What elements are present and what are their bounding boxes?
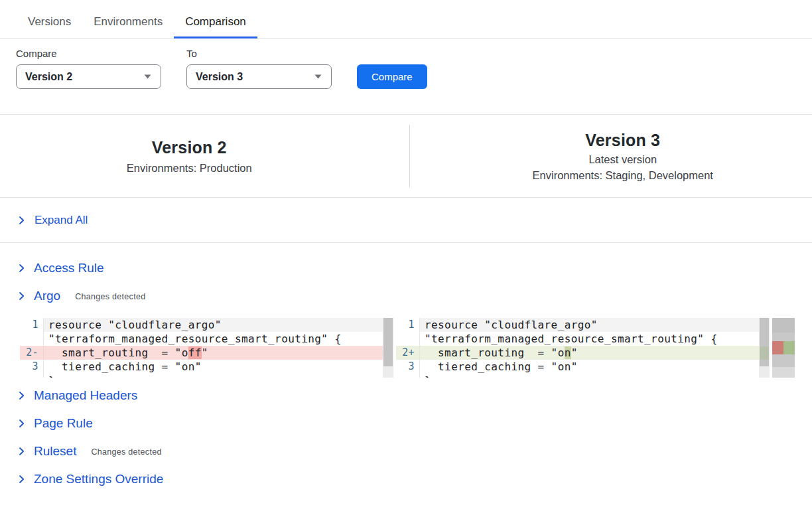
diff-left-panel: 1 resource "cloudflare_argo" "terraform_… (20, 318, 393, 378)
expand-all-row[interactable]: Expand All (0, 198, 812, 242)
section-ruleset[interactable]: Ruleset Changes detected (0, 443, 812, 459)
line-number: 1 (20, 318, 44, 332)
version-left-environments: Environments: Production (16, 162, 363, 175)
code-text: smart_routing = "on" (420, 346, 759, 360)
section-label: Zone Settings Override (34, 472, 163, 486)
to-version-value: Version 3 (196, 71, 243, 83)
code-line: 1 resource "cloudflare_argo" (20, 318, 383, 332)
chevron-right-icon (18, 475, 25, 484)
code-line: 3 tiered_caching = "on" (396, 360, 759, 374)
version-left-header: Version 2 Environments: Production (16, 138, 409, 175)
section-label: Argo (34, 289, 60, 303)
removed-word-highlight: ff (188, 346, 202, 359)
line-number: 3 (396, 360, 420, 374)
to-label: To (186, 48, 332, 59)
chevron-right-icon (18, 291, 25, 301)
code-text: "terraform_managed_resource_smart_routin… (44, 332, 383, 346)
version-right-title: Version 3 (450, 131, 797, 150)
compare-label: Compare (16, 48, 161, 59)
chevron-right-icon (18, 419, 25, 428)
minimap-removed-marker (772, 341, 783, 354)
expand-all-label: Expand All (34, 214, 88, 227)
code-line-removed: 2- smart_routing = "off" (20, 346, 383, 360)
code-line-added: 2+ smart_routing = "on" (396, 346, 759, 360)
scrollbar-thumb[interactable] (383, 318, 393, 366)
line-number (396, 332, 420, 346)
code-text: } (420, 374, 759, 378)
minimap-shade (772, 367, 795, 378)
to-field: To Version 3 (186, 48, 332, 89)
line-number: 3 (20, 360, 44, 374)
to-version-select[interactable]: Version 3 (186, 64, 332, 89)
section-label: Ruleset (34, 444, 76, 459)
compare-version-select[interactable]: Version 2 (16, 64, 161, 89)
section-label: Page Rule (34, 416, 93, 431)
chevron-right-icon (18, 263, 25, 273)
code-line-wrap: "terraform_managed_resource_smart_routin… (20, 332, 383, 346)
line-number: 2+ (396, 346, 420, 360)
section-zone-settings-override[interactable]: Zone Settings Override (0, 471, 812, 487)
line-number: 2- (20, 346, 44, 360)
tab-comparison[interactable]: Comparison (174, 9, 257, 38)
code-text: tiered_caching = "on" (420, 360, 759, 374)
diff-overview-minimap[interactable] (772, 318, 795, 378)
version-left-title: Version 2 (16, 138, 363, 157)
compare-field: Compare Version 2 (16, 48, 161, 89)
diff-left-scrollbar[interactable] (383, 318, 393, 378)
version-headers: Version 2 Environments: Production Versi… (16, 115, 796, 197)
section-argo[interactable]: Argo Changes detected (0, 288, 812, 304)
tab-versions[interactable]: Versions (17, 9, 82, 38)
caret-down-icon (144, 74, 151, 79)
version-right-environments: Environments: Staging, Development (450, 169, 797, 182)
section-page-rule[interactable]: Page Rule (0, 415, 812, 431)
tab-environments[interactable]: Environments (82, 9, 174, 38)
minimap-shade (772, 318, 795, 333)
chevron-right-icon (18, 447, 25, 456)
chevron-right-icon (18, 216, 25, 225)
minimap-added-marker (783, 341, 795, 354)
section-access-rule[interactable]: Access Rule (0, 260, 812, 276)
line-number (396, 374, 420, 378)
line-number (20, 332, 44, 346)
compare-form: Compare Version 2 To Version 3 Compare (16, 48, 796, 89)
code-text: "terraform_managed_resource_smart_routin… (420, 332, 759, 346)
tab-bar: Versions Environments Comparison (0, 0, 812, 38)
caret-down-icon (314, 74, 322, 79)
changes-detected-badge: Changes detected (91, 446, 161, 457)
code-text: } (44, 374, 383, 378)
code-line-wrap: "terraform_managed_resource_smart_routin… (396, 332, 759, 346)
comparison-page: Versions Environments Comparison Compare… (0, 0, 812, 523)
diff-right-scrollbar[interactable] (759, 318, 770, 378)
argo-diff: 1 resource "cloudflare_argo" "terraform_… (20, 318, 812, 378)
version-right-latest: Latest version (450, 153, 797, 166)
code-text: resource "cloudflare_argo" (44, 318, 383, 332)
code-line-clipped: } (396, 374, 759, 378)
diff-right-panel: 1 resource "cloudflare_argo" "terraform_… (396, 318, 770, 378)
code-text: resource "cloudflare_argo" (420, 318, 759, 332)
section-label: Managed Headers (34, 388, 137, 403)
code-line: 3 tiered_caching = "on" (20, 360, 383, 374)
line-number: 1 (396, 318, 420, 332)
version-right-header: Version 3 Latest version Environments: S… (410, 131, 797, 182)
section-label: Access Rule (34, 261, 104, 275)
compare-version-value: Version 2 (25, 71, 72, 83)
diff-right-code: 1 resource "cloudflare_argo" "terraform_… (396, 318, 759, 378)
added-word-highlight: n (565, 346, 571, 359)
resource-sections: Access Rule Argo Changes detected 1 reso… (0, 243, 812, 487)
changes-detected-badge: Changes detected (75, 291, 145, 301)
line-number (20, 374, 44, 378)
compare-button[interactable]: Compare (357, 64, 427, 89)
section-managed-headers[interactable]: Managed Headers (0, 388, 812, 404)
scrollbar-added-tint (760, 346, 769, 360)
diff-left-code: 1 resource "cloudflare_argo" "terraform_… (20, 318, 383, 378)
code-text: smart_routing = "off" (44, 346, 383, 360)
code-line: 1 resource "cloudflare_argo" (396, 318, 759, 332)
chevron-right-icon (18, 391, 25, 400)
code-text: tiered_caching = "on" (44, 360, 383, 374)
code-line-clipped: } (20, 374, 383, 378)
